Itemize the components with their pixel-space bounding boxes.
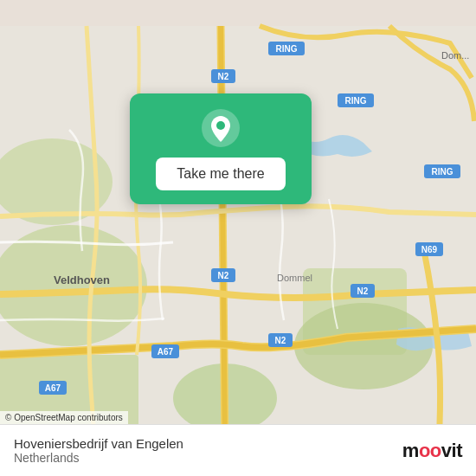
svg-text:Dom...: Dom... xyxy=(441,50,469,61)
location-pin-icon xyxy=(202,109,240,147)
map-background: N2 N2 N2 N2 N69 RING RING RING A67 A67 V… xyxy=(0,0,476,476)
location-info: Hoveniersbedrijf van Engelen Netherlands xyxy=(14,436,183,465)
moovit-dot: oo xyxy=(419,440,441,461)
svg-text:N2: N2 xyxy=(275,336,286,345)
copyright-bar: © OpenStreetMap contributors xyxy=(0,411,128,424)
moovit-logo: moovit xyxy=(402,440,462,462)
map-popup: Take me there xyxy=(130,93,312,204)
svg-point-31 xyxy=(216,121,225,130)
location-name: Hoveniersbedrijf van Engelen xyxy=(14,436,183,451)
svg-text:N2: N2 xyxy=(218,72,229,81)
svg-text:N2: N2 xyxy=(357,286,369,296)
map-container: N2 N2 N2 N2 N69 RING RING RING A67 A67 V… xyxy=(0,0,476,476)
svg-text:RING: RING xyxy=(276,44,298,54)
svg-text:RING: RING xyxy=(345,96,367,106)
moovit-text: moovit xyxy=(402,440,462,462)
svg-text:Dommel: Dommel xyxy=(277,273,312,283)
take-me-there-button[interactable]: Take me there xyxy=(156,158,285,190)
svg-text:RING: RING xyxy=(432,167,453,177)
location-country: Netherlands xyxy=(14,451,183,465)
svg-text:Veldhoven: Veldhoven xyxy=(54,273,110,286)
copyright-text: © OpenStreetMap contributors xyxy=(5,413,123,422)
svg-text:A67: A67 xyxy=(45,383,61,393)
svg-text:N69: N69 xyxy=(421,245,438,254)
bottom-bar: Hoveniersbedrijf van Engelen Netherlands… xyxy=(0,424,476,476)
svg-text:A67: A67 xyxy=(158,347,174,357)
svg-text:N2: N2 xyxy=(218,271,229,280)
